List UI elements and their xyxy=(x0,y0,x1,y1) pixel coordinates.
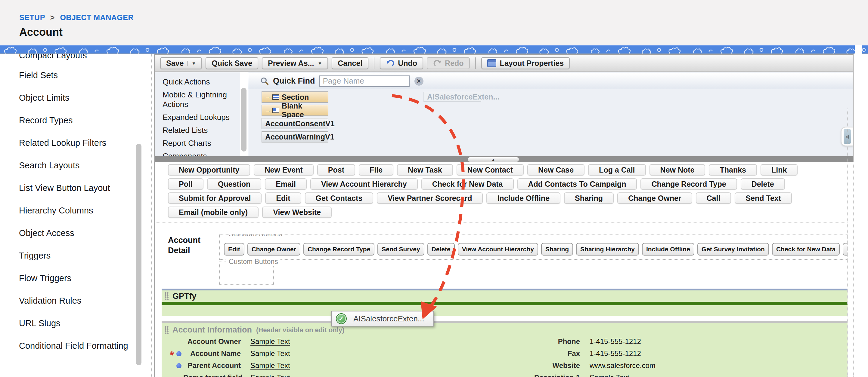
standard-button[interactable]: Sharing xyxy=(541,243,573,255)
quick-save-button[interactable]: Quick Save xyxy=(206,57,258,69)
action-button[interactable]: New Note xyxy=(650,164,706,176)
standard-button[interactable]: Check for New Data xyxy=(772,243,840,255)
field-sample-value: Sample Text xyxy=(250,362,290,370)
action-button[interactable]: Delete xyxy=(741,178,785,190)
action-button[interactable]: Check for New Data xyxy=(421,178,514,190)
standard-button[interactable]: View Partner Scorecard xyxy=(843,243,847,255)
sidebar-item[interactable]: Hierarchy Columns xyxy=(19,205,133,228)
palette-category[interactable]: Report Charts xyxy=(162,138,236,148)
standard-button[interactable]: Delete xyxy=(427,243,455,255)
sidebar-item[interactable]: Object Limits xyxy=(19,92,133,115)
sidebar-item[interactable]: Field Sets xyxy=(19,70,133,92)
action-button[interactable]: New Event xyxy=(254,164,313,176)
action-button[interactable]: Include Offline xyxy=(486,193,560,204)
layout-field-row[interactable]: Account Owner Sample Text xyxy=(162,336,390,347)
standard-button[interactable]: Include Offline xyxy=(642,243,694,255)
preview-as-button[interactable]: Preview As... ▼ xyxy=(262,57,328,69)
layout-canvas: New OpportunityNew EventPostFileNew Task… xyxy=(155,162,847,377)
layout-field-row[interactable]: Phone 1-415-555-1212 xyxy=(456,336,696,347)
standard-buttons-row: EditChange OwnerChange Record TypeSend S… xyxy=(220,235,847,255)
palette-category[interactable]: Mobile & Lightning Actions xyxy=(162,90,236,109)
sidebar-item[interactable]: Triggers xyxy=(19,250,133,273)
action-button[interactable]: Sharing xyxy=(564,193,614,204)
cancel-button[interactable]: Cancel xyxy=(332,57,368,69)
divider-collapse-handle[interactable]: ▲ xyxy=(468,157,519,162)
palette-item[interactable]: → → AccountWarningV1 xyxy=(261,131,328,142)
sidebar-item[interactable]: Compact Layouts xyxy=(19,54,133,70)
standard-button[interactable]: Send Survey xyxy=(377,243,424,255)
category-scrollbar-thumb[interactable] xyxy=(241,88,247,151)
action-button[interactable]: Submit for Approval xyxy=(168,193,261,204)
action-button[interactable]: Send Text xyxy=(735,193,792,204)
layout-field-row[interactable]: Fax 1-415-555-1212 xyxy=(456,347,696,359)
clear-search-icon[interactable]: ✕ xyxy=(414,77,424,86)
sidebar-item[interactable]: Object Access xyxy=(19,228,133,250)
layout-field-row[interactable]: Parent Account Sample Text xyxy=(162,359,390,372)
action-button[interactable]: New Contact xyxy=(457,164,524,176)
action-button[interactable]: Poll xyxy=(168,178,204,190)
standard-button[interactable]: Change Record Type xyxy=(303,243,374,255)
action-button[interactable]: Link xyxy=(761,164,798,176)
sidebar-scrollbar-thumb[interactable] xyxy=(136,144,142,365)
undo-button[interactable]: Undo xyxy=(380,57,423,69)
layout-field-row[interactable]: Website www.salesforce.com xyxy=(456,359,696,372)
save-dropdown-caret-icon[interactable]: ▼ xyxy=(187,61,196,66)
action-button[interactable]: File xyxy=(359,164,393,176)
page-scrollbar-track[interactable] xyxy=(855,45,862,377)
redo-button[interactable]: Redo xyxy=(427,57,470,69)
standard-button[interactable]: Edit xyxy=(224,243,244,255)
standard-button[interactable]: Change Owner xyxy=(247,243,300,255)
action-button[interactable]: Post xyxy=(317,164,355,176)
palette-category[interactable]: Expanded Lookups xyxy=(162,112,236,122)
action-button[interactable]: Email xyxy=(265,178,307,190)
action-button[interactable]: Edit xyxy=(265,193,301,204)
sidebar-item[interactable]: Conditional Field Formatting xyxy=(19,340,133,363)
action-button[interactable]: Question xyxy=(207,178,261,190)
standard-button[interactable]: Get Survey Invitation xyxy=(698,243,769,255)
palette-category[interactable]: Related Lists xyxy=(162,125,236,135)
custom-buttons-fieldset: Custom Buttons xyxy=(219,262,274,285)
gptfy-section-header[interactable]: GPTfy xyxy=(162,290,847,302)
undo-label: Undo xyxy=(398,59,417,68)
sidebar-item[interactable]: Validation Rules xyxy=(19,295,133,318)
action-button[interactable]: Change Record Type xyxy=(641,178,737,190)
action-button[interactable]: New Task xyxy=(397,164,453,176)
layout-properties-button[interactable]: Layout Properties xyxy=(481,57,570,69)
palette-item[interactable]: → → Section xyxy=(261,92,328,103)
palette-category[interactable]: Quick Actions xyxy=(162,77,236,87)
action-button[interactable]: Call xyxy=(696,193,731,204)
action-button[interactable]: New Opportunity xyxy=(168,164,250,176)
layout-field-row[interactable]: Demo target field Sample Text xyxy=(162,372,390,377)
sidebar-item[interactable]: Flow Triggers xyxy=(19,273,133,295)
save-button[interactable]: Save ▼ xyxy=(160,57,202,69)
action-button[interactable]: View Account Hierarchy xyxy=(310,178,418,190)
sidebar-border xyxy=(135,54,135,377)
action-row-3: Submit for ApprovalEditGet ContactsView … xyxy=(168,193,798,204)
action-button[interactable]: View Partner Scorecard xyxy=(377,193,483,204)
palette-item[interactable]: → → Blank Space xyxy=(261,105,328,116)
sidebar-item[interactable]: Record Types xyxy=(19,115,133,137)
breadcrumb-object-manager-link[interactable]: OBJECT MANAGER xyxy=(60,13,134,22)
standard-button[interactable]: View Account Hierarchy xyxy=(458,243,538,255)
layout-field-row[interactable]: Description 1 Sample Text xyxy=(456,372,696,377)
account-detail-title: Account Detail xyxy=(168,235,210,255)
layout-field-row[interactable]: Account Name Sample Text xyxy=(162,347,390,359)
action-button[interactable]: Change Owner xyxy=(617,193,692,204)
breadcrumb-setup-link[interactable]: SETUP xyxy=(19,13,45,22)
action-button[interactable]: New Case xyxy=(527,164,585,176)
standard-button[interactable]: Sharing Hierarchy xyxy=(576,243,639,255)
action-button[interactable]: Thanks xyxy=(709,164,757,176)
action-button[interactable]: Log a Call xyxy=(588,164,646,176)
palette-item[interactable]: → → AccountConsentV1 xyxy=(261,118,328,129)
action-button[interactable]: Email (mobile only) xyxy=(168,207,258,218)
quick-find-input[interactable] xyxy=(319,75,410,87)
sidebar-item[interactable]: List View Button Layout xyxy=(19,182,133,205)
action-button[interactable]: Add Contacts To Campaign xyxy=(517,178,637,190)
sidebar-item[interactable]: Search Layouts xyxy=(19,160,133,182)
action-button[interactable]: View Website xyxy=(262,207,332,218)
account-info-header[interactable]: Account Information (Header visible on e… xyxy=(162,323,847,335)
sidebar-item[interactable]: Related Lookup Filters xyxy=(19,137,133,160)
sidebar-item[interactable]: URL Slugs xyxy=(19,318,133,340)
field-label: Account Name xyxy=(183,349,241,358)
action-button[interactable]: Get Contacts xyxy=(305,193,373,204)
